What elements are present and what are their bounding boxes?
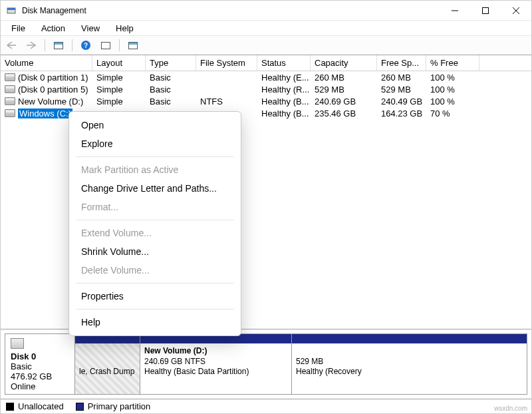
title-bar: Disk Management <box>1 1 531 21</box>
volume-row[interactable]: (Disk 0 partition 1) Simple Basic Health… <box>1 71 531 83</box>
watermark: wsxdn.com <box>494 405 527 412</box>
tool-icon-2[interactable] <box>98 38 114 53</box>
partition-block[interactable]: 529 MB Healthy (Recovery <box>292 334 527 394</box>
svg-rect-1 <box>7 8 15 10</box>
col-percent-free[interactable]: % Free <box>426 55 479 71</box>
col-free-space[interactable]: Free Sp... <box>377 55 426 71</box>
svg-rect-3 <box>483 7 489 13</box>
legend-label: Unallocated <box>18 401 64 411</box>
partition-primary-bar <box>292 334 527 343</box>
drive-icon <box>5 73 15 81</box>
tool-icon-1[interactable] <box>51 38 66 53</box>
ctx-mark-active: Mark Partition as Active <box>69 160 241 179</box>
legend-swatch-unallocated <box>6 403 14 411</box>
forward-button[interactable] <box>23 38 39 53</box>
ctx-explore[interactable]: Explore <box>69 134 241 153</box>
menu-view[interactable]: View <box>74 22 106 35</box>
minimize-button[interactable] <box>440 1 470 20</box>
ctx-delete: Delete Volume... <box>69 261 241 280</box>
legend-label: Primary partition <box>88 401 151 411</box>
col-layout[interactable]: Layout <box>92 55 146 71</box>
maximize-button[interactable] <box>470 1 501 20</box>
ctx-open[interactable]: Open <box>69 116 241 134</box>
context-menu: Open Explore Mark Partition as Active Ch… <box>68 111 241 336</box>
volume-row[interactable]: (Disk 0 partition 5) Simple Basic Health… <box>1 83 531 95</box>
ctx-properties[interactable]: Properties <box>69 287 241 306</box>
back-button[interactable] <box>3 38 19 53</box>
col-status[interactable]: Status <box>257 55 311 71</box>
menu-file[interactable]: File <box>5 22 32 35</box>
disk-label[interactable]: Disk 0 Basic 476.92 GB Online <box>5 334 75 394</box>
menu-action[interactable]: Action <box>35 22 72 35</box>
drive-icon <box>5 97 15 105</box>
disk-graphical-view: Disk 0 Basic 476.92 GB Online le, Crash … <box>1 329 531 399</box>
partition-block[interactable]: New Volume (D:) 240.69 GB NTFS Healthy (… <box>140 334 292 394</box>
ctx-help[interactable]: Help <box>69 313 241 331</box>
ctx-change-letter[interactable]: Change Drive Letter and Paths... <box>69 179 241 198</box>
partition-block[interactable]: le, Crash Dump <box>75 334 140 394</box>
disk-icon <box>11 338 24 349</box>
legend-swatch-primary <box>76 403 84 411</box>
close-button[interactable] <box>501 1 531 20</box>
legend: Unallocated Primary partition <box>1 399 531 413</box>
column-headers: Volume Layout Type File System Status Ca… <box>1 55 531 71</box>
volume-row[interactable]: New Volume (D:) Simple Basic NTFS Health… <box>1 95 531 107</box>
col-capacity[interactable]: Capacity <box>311 55 377 71</box>
ctx-format: Format... <box>69 198 241 216</box>
toolbar: ? <box>1 35 531 55</box>
ctx-shrink[interactable]: Shrink Volume... <box>69 242 241 261</box>
window-title: Disk Management <box>22 6 440 15</box>
app-icon <box>6 5 17 16</box>
drive-icon <box>5 109 15 117</box>
col-filesystem[interactable]: File System <box>196 55 257 71</box>
ctx-extend: Extend Volume... <box>69 224 241 242</box>
menu-help[interactable]: Help <box>109 22 140 35</box>
volume-list: Volume Layout Type File System Status Ca… <box>1 55 531 119</box>
menu-bar: File Action View Help <box>1 21 531 35</box>
tool-icon-3[interactable] <box>125 38 141 53</box>
col-volume[interactable]: Volume <box>1 55 92 71</box>
help-icon: ? <box>81 41 90 50</box>
drive-icon <box>5 85 15 93</box>
col-type[interactable]: Type <box>146 55 196 71</box>
help-icon-button[interactable]: ? <box>78 38 94 53</box>
